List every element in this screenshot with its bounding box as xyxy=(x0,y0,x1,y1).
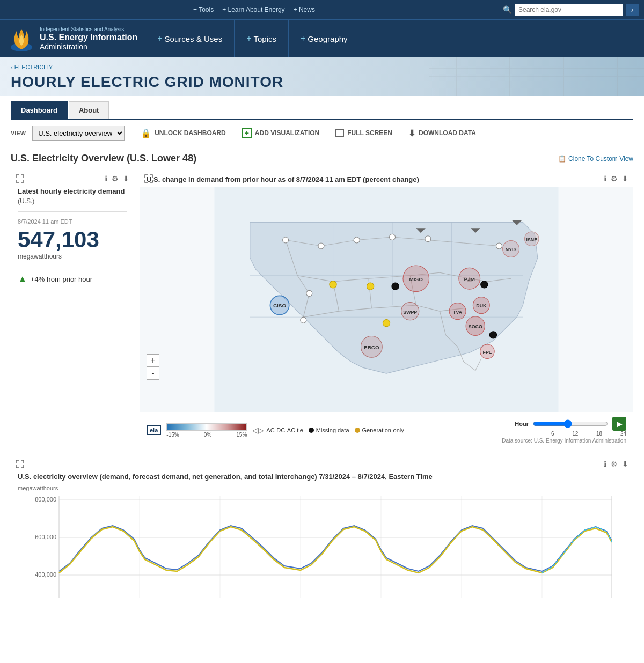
search-button[interactable]: › xyxy=(626,4,639,16)
hour-label: Hour xyxy=(515,421,529,427)
svg-text:SOCO: SOCO xyxy=(469,324,482,329)
svg-text:SWPP: SWPP xyxy=(403,310,417,315)
download-button-map[interactable]: ⬇ xyxy=(622,174,628,183)
svg-point-63 xyxy=(354,237,360,243)
topics-link[interactable]: + Topics xyxy=(234,20,288,57)
svg-point-61 xyxy=(283,237,289,243)
topics-plus-icon: + xyxy=(246,34,251,43)
settings-button-chart[interactable]: ⚙ xyxy=(611,460,618,468)
legend-gradient xyxy=(166,423,247,431)
view-select[interactable]: U.S. electricity overview xyxy=(32,126,125,141)
logo-area: Independent Statistics and Analysis U.S.… xyxy=(0,20,145,57)
zoom-in-button[interactable]: + xyxy=(147,354,159,367)
svg-point-64 xyxy=(390,234,396,240)
up-arrow-icon: ▲ xyxy=(18,274,27,285)
search-input[interactable] xyxy=(515,4,623,16)
logo-text: Independent Statistics and Analysis U.S.… xyxy=(40,26,137,51)
acdc-arrow-icon: ◁▷ xyxy=(252,426,264,434)
chart-y-label: megawatthours xyxy=(18,485,626,491)
map-zoom-controls: + - xyxy=(147,354,159,380)
hour-control: Hour ▶ 6 12 18 24 Data source: U.S. Ener… xyxy=(502,417,626,444)
svg-text:TVA: TVA xyxy=(453,310,463,315)
info-button-map[interactable]: ℹ xyxy=(604,174,606,183)
page-tabs: Dashboard About xyxy=(11,101,633,120)
tools-link[interactable]: + Tools xyxy=(193,6,214,13)
learn-link[interactable]: + Learn About Energy xyxy=(222,6,284,13)
change-indicator: ▲ +4% from prior hour xyxy=(18,274,127,285)
tab-dashboard[interactable]: Dashboard xyxy=(11,101,68,119)
full-screen-button[interactable]: Full Screen xyxy=(335,129,392,137)
demand-timestamp: 8/7/2024 11 am EDT xyxy=(18,218,127,225)
svg-text:MISO: MISO xyxy=(409,276,423,282)
expand-small-icon[interactable] xyxy=(16,174,24,185)
demand-value: 547,103 xyxy=(18,227,127,253)
play-button[interactable]: ▶ xyxy=(612,417,626,431)
svg-point-74 xyxy=(481,281,488,288)
settings-button-small[interactable]: ⚙ xyxy=(112,174,119,183)
clone-link[interactable]: 📋 Clone To Custom View xyxy=(558,155,633,163)
expand-map-icon[interactable] xyxy=(144,174,153,185)
unlock-dashboard-button[interactable]: 🔒 Unlock Dashboard xyxy=(141,128,226,138)
svg-point-75 xyxy=(489,332,496,338)
main-navigation: Independent Statistics and Analysis U.S.… xyxy=(0,19,644,57)
settings-button-map[interactable]: ⚙ xyxy=(611,174,618,183)
chart-title: U.S. electricity overview (demand, forec… xyxy=(18,473,626,481)
map-container: MISO PJM NYIS ISNE TVA DUK xyxy=(140,187,633,412)
legend-labels: -15% 0% 15% xyxy=(166,432,247,438)
panel-chart-icons: ℹ ⚙ ⬇ xyxy=(604,460,628,468)
download-data-button[interactable]: ⬇ Download Data xyxy=(408,128,476,138)
toolbar: View U.S. electricity overview 🔒 Unlock … xyxy=(0,120,644,146)
expand-chart-icon[interactable] xyxy=(16,460,24,470)
panel-small-icons: ℹ ⚙ ⬇ xyxy=(105,174,129,183)
svg-text:FPL: FPL xyxy=(483,350,492,355)
change-text: +4% from prior hour xyxy=(31,275,92,283)
eia-logo-small: eia xyxy=(147,425,161,435)
breadcrumb[interactable]: ‹ Electricity xyxy=(11,64,633,70)
add-icon: + xyxy=(242,128,252,138)
sources-plus-icon: + xyxy=(157,34,162,43)
top-nav-links: + Tools + Learn About Energy + News xyxy=(193,6,315,13)
map-legend: eia -15% 0% 15% ◁▷ AC-DC-AC tie Missing … xyxy=(140,412,633,448)
info-button-small[interactable]: ℹ xyxy=(105,174,107,183)
info-button-chart[interactable]: ℹ xyxy=(604,460,606,468)
geography-plus-icon: + xyxy=(301,34,305,43)
demand-title: Latest hourly electricity demand xyxy=(18,187,127,195)
map-title: U.S. change in demand from prior hour as… xyxy=(140,170,633,187)
download-button-small[interactable]: ⬇ xyxy=(123,174,129,183)
chart-panel: ℹ ⚙ ⬇ U.S. electricity overview (demand,… xyxy=(11,455,633,609)
svg-text:ISNE: ISNE xyxy=(526,237,537,242)
search-icon: 🔍 xyxy=(503,5,512,14)
svg-point-72 xyxy=(383,320,390,327)
hour-row: Hour ▶ xyxy=(515,417,626,431)
missing-data-legend-item: Missing data xyxy=(309,427,349,433)
page-header: ‹ Electricity Hourly Electric Grid Monit… xyxy=(0,57,644,96)
svg-text:NYIS: NYIS xyxy=(506,247,517,252)
svg-text:ERCO: ERCO xyxy=(364,344,379,350)
view-label: View xyxy=(11,130,26,136)
main-content: U.S. Electricity Overview (U.S. Lower 48… xyxy=(0,146,644,622)
svg-point-62 xyxy=(318,243,324,249)
map-panel: ℹ ⚙ ⬇ U.S. change in demand from prior h… xyxy=(140,170,633,448)
download-button-chart[interactable]: ⬇ xyxy=(622,460,628,468)
svg-point-71 xyxy=(367,283,374,290)
panel-map-icons: ℹ ⚙ ⬇ xyxy=(604,174,628,183)
hour-labels: 6 12 18 24 xyxy=(551,431,626,437)
download-icon: ⬇ xyxy=(408,128,415,138)
chart-area: megawatthours 800,000 600,000 400,000 xyxy=(18,485,626,602)
panels-row: ℹ ⚙ ⬇ Latest hourly electricity demand (… xyxy=(11,170,633,448)
sources-uses-link[interactable]: + Sources & Uses xyxy=(145,20,234,57)
geography-link[interactable]: + Geography xyxy=(288,20,360,57)
tab-about[interactable]: About xyxy=(69,101,109,119)
hour-slider[interactable] xyxy=(533,419,608,428)
svg-text:CISO: CISO xyxy=(273,303,287,308)
acdc-legend-item: ◁▷ AC-DC-AC tie xyxy=(252,426,303,434)
fullscreen-icon xyxy=(335,129,344,137)
demand-unit: megawatthours xyxy=(18,253,127,260)
section-title: U.S. Electricity Overview (U.S. Lower 48… xyxy=(11,153,196,164)
missing-data-dot xyxy=(309,428,314,433)
svg-text:400,000: 400,000 xyxy=(35,571,56,578)
news-link[interactable]: + News xyxy=(294,6,315,13)
svg-point-67 xyxy=(306,290,312,296)
zoom-out-button[interactable]: - xyxy=(147,367,159,380)
add-visualization-button[interactable]: + Add Visualization xyxy=(242,128,319,138)
